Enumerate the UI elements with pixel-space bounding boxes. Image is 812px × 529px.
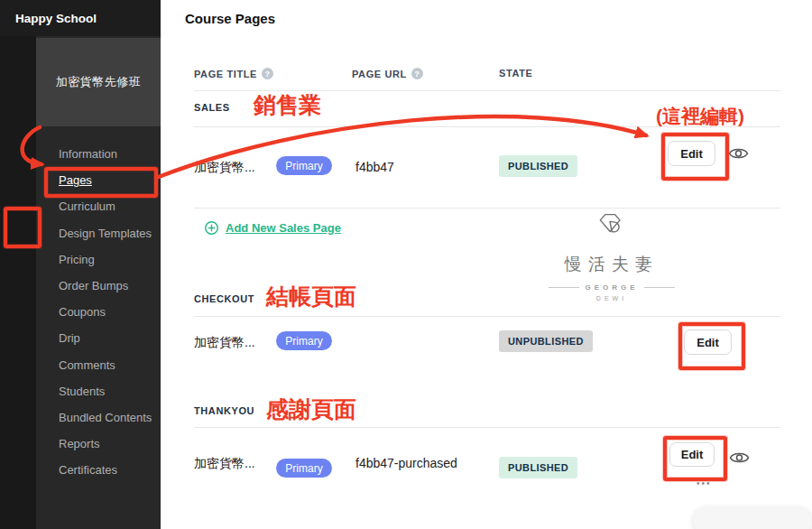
status-badge: PUBLISHED bbox=[499, 457, 577, 478]
highlight-box-pages-icon bbox=[4, 207, 42, 248]
annotation-edit-here: (這裡編輯) bbox=[656, 104, 744, 129]
primary-badge: Primary bbox=[276, 156, 332, 175]
school-name: Happy School bbox=[0, 12, 97, 25]
annotation-sales: 銷售業 bbox=[254, 90, 321, 120]
sidebar-item-certificates[interactable]: Certificates bbox=[36, 457, 161, 483]
app-window: $ ? 加密貨幣先修班 Information Pages Curriculum… bbox=[0, 0, 812, 529]
divider bbox=[194, 427, 780, 428]
column-label: STATE bbox=[499, 68, 532, 79]
column-label: PAGE URL bbox=[352, 69, 407, 79]
brand-name: 慢活夫妻 bbox=[549, 253, 675, 276]
page-url-value: f4bb47-purchased bbox=[355, 456, 457, 470]
annotation-thankyou: 感謝頁面 bbox=[266, 394, 356, 424]
school-header: Happy School bbox=[0, 0, 161, 36]
sidebar-item-bundled-contents[interactable]: Bundled Contents bbox=[36, 404, 161, 431]
primary-badge: Primary bbox=[276, 331, 332, 350]
help-tooltip-icon[interactable]: ? bbox=[262, 68, 273, 79]
highlight-box-edit-thankyou bbox=[663, 436, 727, 481]
row-page-title: 加密貨幣... bbox=[194, 160, 255, 176]
sidebar-item-students[interactable]: Students bbox=[36, 378, 161, 404]
icon-rail bbox=[0, 0, 36, 529]
page-title: Course Pages bbox=[185, 11, 275, 26]
plus-circle-icon bbox=[204, 220, 219, 236]
brand-line2: DEWI bbox=[549, 295, 675, 302]
highlight-box-edit-checkout bbox=[678, 322, 745, 370]
help-tooltip-icon[interactable]: ? bbox=[411, 68, 423, 79]
sidebar-item-pricing[interactable]: Pricing bbox=[36, 246, 161, 273]
row-page-title: 加密貨幣... bbox=[194, 456, 255, 472]
column-header-state: STATE bbox=[499, 68, 532, 79]
highlight-box-pages-item bbox=[44, 167, 158, 198]
course-title-block: 加密貨幣先修班 bbox=[36, 38, 161, 126]
preview-eye-icon[interactable] bbox=[728, 448, 751, 468]
course-title: 加密貨幣先修班 bbox=[56, 74, 142, 90]
add-new-sales-page-link[interactable]: Add New Sales Page bbox=[226, 221, 341, 235]
row-page-title: 加密貨幣... bbox=[194, 335, 255, 351]
sidebar-item-order-bumps[interactable]: Order Bumps bbox=[36, 273, 161, 299]
status-badge: PUBLISHED bbox=[499, 155, 577, 177]
divider bbox=[194, 208, 780, 209]
sidebar-item-design-templates[interactable]: Design Templates bbox=[36, 220, 161, 246]
sidebar-item-information[interactable]: Information bbox=[36, 141, 161, 167]
status-badge: UNPUBLISHED bbox=[499, 330, 593, 352]
page-url-value: f4bb47 bbox=[355, 160, 394, 174]
divider bbox=[194, 316, 780, 317]
section-label-thankyou: THANKYOU bbox=[194, 405, 254, 416]
section-label-sales: SALES bbox=[194, 102, 230, 113]
sidebar-item-coupons[interactable]: Coupons bbox=[36, 299, 161, 325]
brand-watermark: 慢活夫妻 GEORGE DEWI bbox=[549, 211, 675, 302]
course-submenu: 加密貨幣先修班 Information Pages Curriculum Des… bbox=[36, 36, 161, 529]
sidebar-item-comments[interactable]: Comments bbox=[36, 352, 161, 378]
chat-widget[interactable] bbox=[693, 507, 812, 529]
primary-badge: Primary bbox=[276, 459, 332, 478]
column-label: PAGE TITLE bbox=[194, 69, 257, 79]
preview-eye-icon[interactable] bbox=[727, 144, 750, 163]
add-new-sales-page[interactable]: Add New Sales Page bbox=[204, 220, 341, 236]
annotation-checkout: 結帳頁面 bbox=[266, 282, 356, 311]
gem-logo-icon bbox=[595, 211, 628, 244]
column-header-page-url: PAGE URL ? bbox=[352, 68, 423, 79]
brand-line1-text: GEORGE bbox=[585, 283, 638, 292]
section-label-checkout: CHECKOUT bbox=[194, 293, 254, 304]
column-header-page-title: PAGE TITLE ? bbox=[194, 68, 273, 79]
brand-line1: GEORGE bbox=[549, 283, 675, 292]
highlight-box-edit-sales bbox=[661, 133, 729, 181]
sidebar-item-drip[interactable]: Drip bbox=[36, 325, 161, 351]
sidebar-item-reports[interactable]: Reports bbox=[36, 431, 161, 457]
